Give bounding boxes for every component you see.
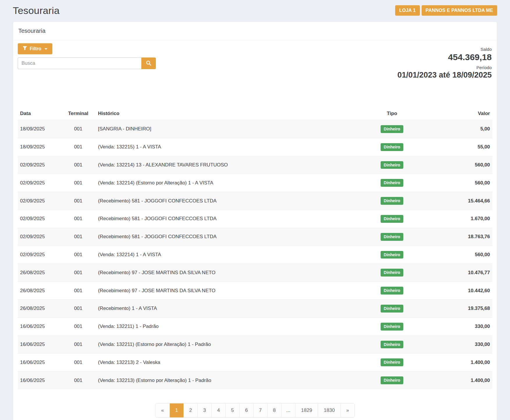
table-row: 26/08/2025001(Recebimento) 1 - A VISTADi…: [18, 299, 492, 317]
cell-value: 18.763,76: [436, 228, 492, 246]
cell-value: 19.375,68: [436, 299, 492, 317]
table-row: 02/09/2025001(Recebimento) 581 - JOGGOFI…: [18, 228, 492, 246]
cell-history: (Venda: 132213) 2 - Valeska: [96, 353, 348, 371]
saldo-label: Saldo: [397, 47, 492, 52]
cell-terminal: 001: [61, 138, 96, 156]
cell-terminal: 001: [61, 156, 96, 174]
pagination-page-6[interactable]: 6: [239, 403, 253, 417]
table-row: 02/09/2025001(Venda: 132214) 13 - ALEXAN…: [18, 156, 492, 174]
cell-type: Dinheiro: [348, 210, 436, 228]
card-body: Filtro Saldo: [13, 40, 497, 420]
store-badges: LOJA 1 PANNOS E PANNOS LTDA ME: [395, 5, 497, 16]
cell-type: Dinheiro: [348, 120, 436, 138]
pagination-ellipsis[interactable]: ...: [281, 403, 295, 417]
cell-history: (Venda: 132211) 1 - Padrão: [96, 317, 348, 335]
transactions-table: Data Terminal Histórico Tipo Valor 18/09…: [18, 107, 492, 389]
pagination: «12345678...18291830»: [155, 403, 355, 418]
table-row: 26/08/2025001(Recebimento) 97 - JOSE MAR…: [18, 282, 492, 300]
cell-history: [SANGRIA - DINHEIRO]: [96, 120, 348, 138]
cell-value: 1.400,00: [436, 371, 492, 389]
pagination-next[interactable]: »: [340, 403, 354, 417]
type-badge: Dinheiro: [381, 376, 404, 384]
column-header-data: Data: [18, 107, 61, 120]
table-row: 16/06/2025001(Venda: 132211) (Estorno po…: [18, 335, 492, 353]
pagination-page-4[interactable]: 4: [211, 403, 225, 417]
column-header-tipo: Tipo: [348, 107, 436, 120]
type-badge: Dinheiro: [381, 305, 404, 313]
company-button[interactable]: PANNOS E PANNOS LTDA ME: [422, 5, 497, 16]
store-button[interactable]: LOJA 1: [395, 5, 420, 16]
pagination-page-2[interactable]: 2: [183, 403, 197, 417]
cell-terminal: 001: [61, 210, 96, 228]
pagination-prev[interactable]: «: [156, 403, 170, 417]
cell-date: 02/09/2025: [18, 210, 61, 228]
search-button[interactable]: [141, 58, 156, 69]
cell-history: (Venda: 132215) 1 - A VISTA: [96, 138, 348, 156]
summary-panel: Saldo 454.369,18 Período 01/01/2023 até …: [397, 44, 492, 80]
cell-terminal: 001: [61, 282, 96, 300]
pagination-page-7[interactable]: 7: [253, 403, 267, 417]
cell-value: 10.442,60: [436, 282, 492, 300]
filter-button-label: Filtro: [30, 46, 41, 51]
type-badge: Dinheiro: [381, 341, 404, 349]
cell-type: Dinheiro: [348, 282, 436, 300]
pagination-page-1[interactable]: 1: [170, 403, 183, 417]
filter-button[interactable]: Filtro: [18, 43, 52, 54]
column-header-terminal: Terminal: [61, 107, 96, 120]
funnel-icon: [23, 46, 27, 51]
table-row: 26/08/2025001(Recebimento) 97 - JOSE MAR…: [18, 264, 492, 282]
cell-history: (Venda: 132213) (Estorno por Alteração) …: [96, 371, 348, 389]
cell-type: Dinheiro: [348, 174, 436, 192]
table-row: 02/09/2025001(Venda: 132214) (Estorno po…: [18, 174, 492, 192]
table-row: 02/09/2025001(Venda: 132214) 1 - A VISTA…: [18, 246, 492, 264]
type-badge: Dinheiro: [381, 179, 404, 187]
cell-terminal: 001: [61, 246, 96, 264]
cell-date: 02/09/2025: [18, 156, 61, 174]
type-badge: Dinheiro: [381, 287, 404, 295]
cell-type: Dinheiro: [348, 246, 436, 264]
cell-history: (Recebimento) 1 - A VISTA: [96, 299, 348, 317]
table-row: 18/09/2025001(Venda: 132215) 1 - A VISTA…: [18, 138, 492, 156]
page-header: Tesouraria LOJA 1 PANNOS E PANNOS LTDA M…: [13, 3, 497, 18]
cell-history: (Venda: 132211) (Estorno por Alteração) …: [96, 335, 348, 353]
cell-date: 26/08/2025: [18, 282, 61, 300]
saldo-value: 454.369,18: [397, 52, 492, 63]
pagination-page-1830[interactable]: 1830: [318, 403, 340, 417]
type-badge: Dinheiro: [381, 323, 404, 331]
cell-terminal: 001: [61, 120, 96, 138]
cell-type: Dinheiro: [348, 299, 436, 317]
pagination-page-3[interactable]: 3: [197, 403, 211, 417]
cell-type: Dinheiro: [348, 138, 436, 156]
type-badge: Dinheiro: [381, 358, 404, 366]
cell-history: (Venda: 132214) 1 - A VISTA: [96, 246, 348, 264]
pagination-page-8[interactable]: 8: [267, 403, 281, 417]
table-row: 18/09/2025001[SANGRIA - DINHEIRO]Dinheir…: [18, 120, 492, 138]
cell-date: 16/06/2025: [18, 371, 61, 389]
cell-history: (Recebimento) 581 - JOGGOFI CONFECCOES L…: [96, 192, 348, 210]
chevron-down-icon: [44, 48, 47, 50]
cell-terminal: 001: [61, 353, 96, 371]
periodo-value: 01/01/2023 até 18/09/2025: [397, 70, 492, 80]
type-badge: Dinheiro: [381, 125, 404, 133]
pagination-page-1829[interactable]: 1829: [295, 403, 318, 417]
cell-date: 16/06/2025: [18, 335, 61, 353]
cell-value: 560,00: [436, 246, 492, 264]
search-input[interactable]: [18, 58, 141, 69]
cell-value: 55,00: [436, 138, 492, 156]
page: Tesouraria LOJA 1 PANNOS E PANNOS LTDA M…: [0, 0, 510, 420]
column-header-valor: Valor: [436, 107, 492, 120]
cell-history: (Venda: 132214) (Estorno por Alteração) …: [96, 174, 348, 192]
column-header-historico: Histórico: [96, 107, 348, 120]
table-row: 16/06/2025001(Venda: 132211) 1 - PadrãoD…: [18, 317, 492, 335]
cell-type: Dinheiro: [348, 264, 436, 282]
cell-type: Dinheiro: [348, 335, 436, 353]
table-row: 16/06/2025001(Venda: 132213) 2 - Valeska…: [18, 353, 492, 371]
cell-value: 1.670,00: [436, 210, 492, 228]
periodo-label: Período: [397, 65, 492, 70]
table-row: 02/09/2025001(Recebimento) 581 - JOGGOFI…: [18, 192, 492, 210]
cell-date: 18/09/2025: [18, 120, 61, 138]
pagination-page-5[interactable]: 5: [225, 403, 239, 417]
cell-date: 02/09/2025: [18, 192, 61, 210]
cell-date: 16/06/2025: [18, 317, 61, 335]
cell-history: (Recebimento) 581 - JOGGOFI CONFECCOES L…: [96, 228, 348, 246]
